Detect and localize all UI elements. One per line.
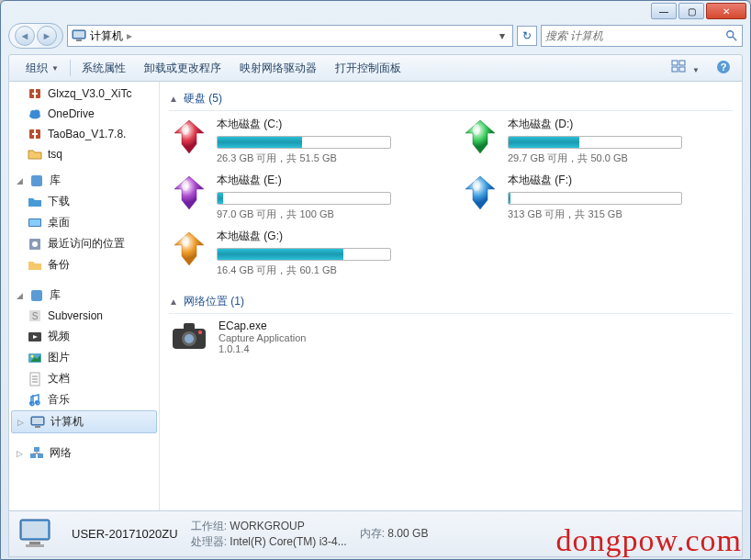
library-item-icon [28,372,42,386]
sidebar[interactable]: Glxzq_V3.0_XiTcOneDriveTaoBao_V1.7.8.tsq… [9,82,160,510]
svg-rect-6 [679,61,685,65]
sidebar-item[interactable]: OneDrive [9,104,159,124]
maximize-icon: ▢ [688,6,696,17]
map-network-drive-button[interactable]: 映射网络驱动器 [230,57,326,80]
chevron-down-icon: ▼ [689,64,703,76]
sidebar-group-libraries[interactable]: ◢ 库 [9,285,159,306]
workgroup-label: 工作组: [191,520,227,532]
refresh-button[interactable]: ↻ [517,26,537,46]
details-col-1: USER-20171020ZU [72,527,178,541]
drive-item[interactable]: 本地磁盘 (F:)313 GB 可用，共 315 GB [460,173,733,221]
network-location-item[interactable]: ECap.exe Capture Application 1.0.1.4 [169,319,733,354]
back-button[interactable]: ◄ [15,26,35,46]
drive-name: 本地磁盘 (F:) [508,173,733,188]
open-control-panel-button[interactable]: 打开控制面板 [326,57,410,80]
close-button[interactable]: ✕ [706,3,746,19]
svg-rect-41 [35,426,40,428]
sidebar-item-label: 桌面 [48,215,70,230]
drive-name: 本地磁盘 (G:) [217,229,442,244]
drive-item[interactable]: 本地磁盘 (C:)26.3 GB 可用，共 51.5 GB [169,117,442,165]
svg-point-37 [29,401,33,405]
sidebar-item[interactable]: 最近访问的位置 [9,233,159,254]
drive-usage-bar [217,248,391,261]
collapse-icon: ◢ [15,176,24,185]
sidebar-item[interactable]: 下载 [9,191,159,212]
archive-icon [28,86,42,101]
sidebar-item[interactable]: SSubversion [9,306,159,326]
organize-button[interactable]: 组织▼ [17,57,68,80]
sidebar-item-label: OneDrive [48,107,95,120]
help-button[interactable]: ? [712,58,734,79]
svg-rect-2 [76,39,82,41]
sidebar-item-label: tsq [48,148,62,161]
sidebar-item-label: TaoBao_V1.7.8. [48,128,126,140]
drive-icon [169,229,209,269]
forward-button[interactable]: ► [37,26,57,46]
drive-info: 本地磁盘 (F:)313 GB 可用，共 315 GB [508,173,733,221]
content-pane[interactable]: ▲ 硬盘 (5) 本地磁盘 (C:)26.3 GB 可用，共 51.5 GB本地… [160,82,742,510]
sidebar-item[interactable]: 备份 [9,254,159,275]
sidebar-group-favorites[interactable]: ◢ 库 [9,170,159,191]
drive-info: 本地磁盘 (E:)97.0 GB 可用，共 100 GB [217,173,442,221]
sidebar-item-label: 下载 [48,194,70,209]
sidebar-item[interactable]: 桌面 [9,212,159,233]
sidebar-item[interactable]: Glxzq_V3.0_XiTc [9,84,159,104]
close-icon: ✕ [723,6,730,17]
computer-icon [30,415,45,430]
sidebar-item-label: Subversion [48,309,103,322]
sidebar-item-label: 文档 [48,371,70,386]
address-dropdown-icon[interactable]: ▾ [496,29,509,42]
minimize-button[interactable]: — [651,3,677,19]
drive-name: 本地磁盘 (E:) [217,173,442,188]
drive-icon [460,173,500,213]
address-bar[interactable]: 计算机 ▸ ▾ [67,25,513,47]
search-box[interactable] [541,25,743,47]
sidebar-item[interactable]: 音乐 [9,389,159,410]
drive-stats: 16.4 GB 可用，共 60.1 GB [217,263,442,277]
sidebar-group-label: 库 [50,287,61,303]
svg-point-3 [727,31,734,38]
drive-item[interactable]: 本地磁盘 (E:)97.0 GB 可用，共 100 GB [169,173,442,221]
forward-icon: ► [42,30,52,41]
sidebar-item[interactable]: tsq [9,144,159,164]
uninstall-programs-button[interactable]: 卸载或更改程序 [135,57,230,80]
section-header-netloc[interactable]: ▲ 网络位置 (1) [169,290,733,314]
view-options-button[interactable]: ▼ [667,58,707,79]
titlebar: — ▢ ✕ [1,1,750,21]
drive-item[interactable]: 本地磁盘 (D:)29.7 GB 可用，共 50.0 GB [460,117,733,165]
drive-icon [460,117,500,157]
computer-icon [72,28,86,43]
search-input[interactable] [545,29,725,42]
sidebar-item[interactable]: 图片 [9,347,159,368]
sidebar-item-computer[interactable]: ▷ 计算机 [11,410,157,433]
library-item-icon [28,330,42,344]
system-properties-button[interactable]: 系统属性 [73,57,135,80]
breadcrumb-segment[interactable]: 计算机 [90,28,123,44]
sidebar-item[interactable]: 文档 [9,368,159,389]
drive-stats: 26.3 GB 可用，共 51.5 GB [217,151,442,165]
sidebar-item[interactable]: TaoBao_V1.7.8. [9,124,159,144]
section-title: 网络位置 (1) [184,294,244,309]
svg-line-4 [733,37,736,40]
svg-rect-53 [184,323,195,330]
maximize-button[interactable]: ▢ [678,3,704,19]
collapse-icon: ◢ [15,291,24,300]
sidebar-item[interactable]: 视频 [9,326,159,347]
svg-point-50 [473,180,480,191]
expand-icon: ▷ [15,449,24,458]
svg-point-38 [35,400,39,404]
help-icon: ? [716,60,731,74]
drive-usage-bar [508,136,682,149]
drive-item[interactable]: 本地磁盘 (G:)16.4 GB 可用，共 60.1 GB [169,229,442,277]
sidebar-item-network[interactable]: ▷ 网络 [9,442,159,464]
svg-rect-20 [31,175,42,186]
drive-name: 本地磁盘 (C:) [217,117,442,132]
section-header-drives[interactable]: ▲ 硬盘 (5) [169,87,733,111]
drive-icon [169,117,209,157]
refresh-icon: ↻ [522,29,532,42]
memory-label: 内存: [360,527,385,540]
svg-rect-8 [679,67,685,72]
svg-rect-5 [672,61,678,65]
drive-info: 本地磁盘 (D:)29.7 GB 可用，共 50.0 GB [508,117,733,165]
drive-usage-bar [217,136,391,149]
